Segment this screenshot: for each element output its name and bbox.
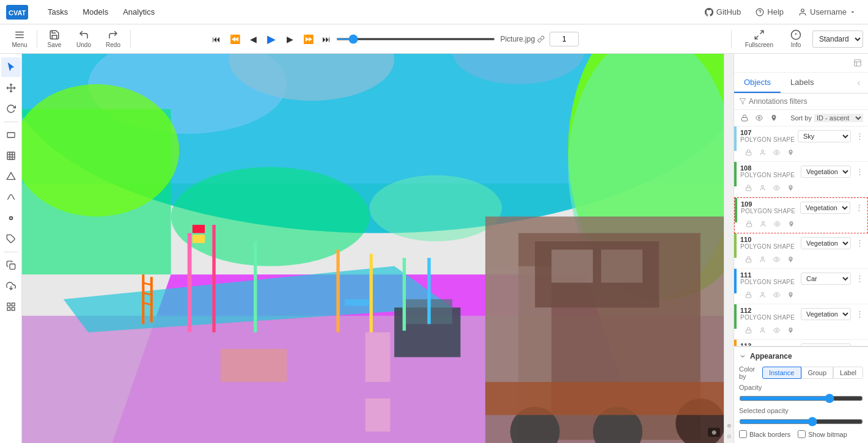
frame-range-input[interactable] [336, 38, 495, 40]
obj-112-person[interactable] [756, 323, 769, 337]
nav-tasks[interactable]: Tasks [40, 0, 75, 24]
tab-labels[interactable]: Labels [781, 73, 823, 93]
logo[interactable]: CVAT [6, 5, 28, 20]
undo-button[interactable]: Undo [69, 27, 98, 51]
obj-107-eye[interactable] [770, 145, 783, 159]
obj-111-person[interactable] [756, 288, 769, 301]
canvas-area[interactable]: ⊕ ⊖ ⊕ [22, 54, 734, 443]
obj-107-lock[interactable] [741, 145, 755, 159]
resize-tool-button[interactable] [1, 146, 21, 166]
obj-109-person[interactable] [756, 217, 770, 230]
object-111-more[interactable]: ⋮ [853, 273, 866, 285]
object-107-more[interactable]: ⋮ [853, 130, 866, 142]
lock-all-icon[interactable] [739, 112, 750, 123]
color-by-instance-button[interactable]: Instance [762, 367, 801, 379]
svg-rect-80 [742, 118, 748, 122]
grid-tool-button[interactable] [1, 297, 21, 317]
object-110-more[interactable]: ⋮ [853, 237, 866, 249]
sort-bar: Sort by ID - ascent ID - descent Label T… [734, 110, 868, 126]
object-109-label-select[interactable]: VegetationSkyCar [800, 202, 850, 214]
help-link[interactable]: Help [749, 0, 790, 24]
go-to-first-button[interactable]: ⏮ [208, 31, 225, 48]
prev-frame-button[interactable]: ◀ [245, 31, 262, 48]
obj-111-lock[interactable] [741, 288, 755, 301]
panel-settings-button[interactable] [851, 56, 864, 70]
import-tool-button[interactable] [1, 276, 21, 296]
obj-110-eye[interactable] [770, 252, 783, 266]
next-chunk-button[interactable]: ⏩ [300, 31, 317, 48]
redo-button[interactable]: Redo [98, 27, 128, 51]
show-bitmap-checkbox[interactable] [798, 430, 806, 438]
show-bitmap-checkbox-label[interactable]: Show bitmap [798, 430, 847, 438]
object-112-more[interactable]: ⋮ [853, 308, 866, 320]
obj-107-pin[interactable] [784, 145, 797, 159]
obj-107-person[interactable] [756, 145, 769, 159]
save-button[interactable]: Save [40, 27, 69, 51]
object-108-more[interactable]: ⋮ [853, 166, 866, 178]
object-113-more[interactable]: ⋮ [853, 343, 866, 346]
fullscreen-button[interactable]: Fullscreen [739, 27, 779, 51]
obj-109-pin[interactable] [784, 217, 798, 230]
object-112-color [734, 304, 737, 329]
tab-objects[interactable]: Objects [734, 73, 781, 93]
color-by-label-button[interactable]: Label [833, 367, 863, 379]
nav-models[interactable]: Models [75, 0, 116, 24]
obj-112-pin[interactable] [784, 323, 797, 337]
black-borders-checkbox-label[interactable]: Black borders [739, 430, 790, 438]
menu-button[interactable]: Menu [5, 27, 34, 51]
svg-rect-64 [336, 250, 339, 332]
pin-all-icon[interactable] [768, 112, 779, 123]
sort-select[interactable]: ID - ascent ID - descent Label Type [814, 114, 863, 122]
panel-collapse-button[interactable] [852, 76, 866, 90]
object-112-label-select[interactable]: VegetationSkyCar [801, 308, 851, 320]
obj-108-pin[interactable] [784, 181, 797, 194]
black-borders-checkbox[interactable] [739, 430, 747, 438]
frame-number-input[interactable] [550, 32, 579, 46]
object-109-more[interactable]: ⋮ [853, 202, 865, 214]
obj-108-lock[interactable] [741, 181, 755, 194]
obj-111-eye[interactable] [770, 288, 783, 301]
polygon-tool-button[interactable] [1, 167, 21, 186]
point-tool-button[interactable] [1, 208, 21, 228]
obj-112-eye[interactable] [770, 323, 783, 337]
nav-analytics[interactable]: Analytics [116, 0, 162, 24]
tag-tool-button[interactable] [1, 229, 21, 249]
object-113-label-select[interactable]: FenceSkyVegetationCar [801, 343, 851, 346]
rectangle-tool-button[interactable] [1, 125, 21, 145]
move-tool-button[interactable] [1, 78, 21, 98]
obj-110-person[interactable] [756, 252, 769, 266]
obj-109-lock[interactable] [742, 217, 756, 230]
obj-108-person[interactable] [756, 181, 769, 194]
annotations-filter-input[interactable] [749, 97, 863, 106]
play-button[interactable]: ▶ [263, 31, 280, 48]
user-menu[interactable]: Username [792, 0, 862, 24]
obj-109-eye[interactable] [770, 217, 784, 230]
next-frame-button[interactable]: ▶ [281, 31, 298, 48]
cursor-tool-button[interactable] [1, 57, 21, 77]
github-link[interactable]: GitHub [699, 0, 747, 24]
help-label: Help [767, 7, 784, 16]
copy-tool-button[interactable] [1, 255, 21, 275]
opacity-slider[interactable] [739, 394, 863, 403]
obj-108-eye[interactable] [770, 181, 783, 194]
obj-110-lock[interactable] [741, 252, 755, 266]
rotate-tool-button[interactable] [1, 99, 21, 119]
show-all-icon[interactable] [754, 112, 765, 123]
segmentation-canvas [22, 54, 734, 443]
info-button[interactable]: Info [784, 27, 807, 51]
object-108-label-select[interactable]: VegetationSkyCarFence [801, 166, 851, 178]
appearance-title[interactable]: Appearance [739, 352, 863, 361]
selected-opacity-slider[interactable] [739, 417, 863, 427]
view-mode-select[interactable]: Standard 3D Split [812, 31, 863, 48]
object-107-label-select[interactable]: SkyVegetationCarFenceTraffic_sign [798, 130, 851, 142]
obj-111-pin[interactable] [784, 288, 797, 301]
color-by-group-button[interactable]: Group [801, 367, 834, 379]
object-111-label-select[interactable]: CarSkyVegetationFence [801, 273, 851, 285]
prev-chunk-button[interactable]: ⏪ [226, 31, 243, 48]
object-110-label-select[interactable]: VegetationSkyCar [801, 237, 851, 249]
curve-tool-button[interactable] [1, 188, 21, 207]
toolbar-sep-3 [731, 30, 732, 48]
obj-110-pin[interactable] [784, 252, 797, 266]
go-to-last-button[interactable]: ⏭ [318, 31, 335, 48]
obj-112-lock[interactable] [741, 323, 755, 337]
